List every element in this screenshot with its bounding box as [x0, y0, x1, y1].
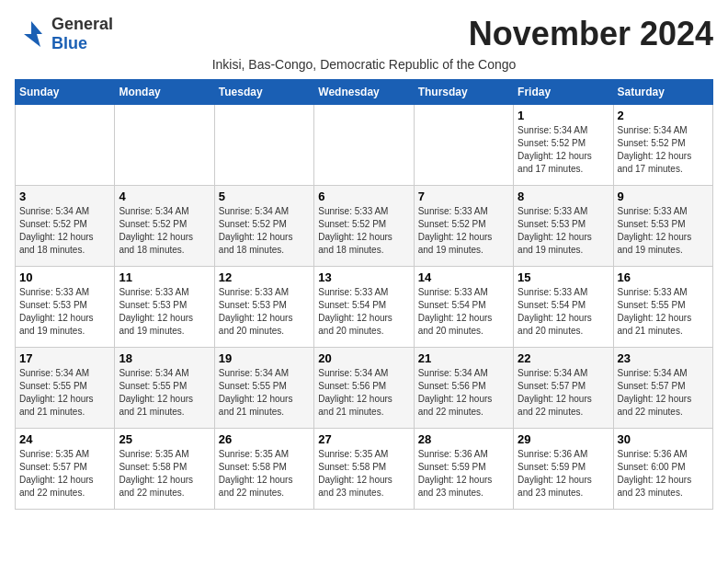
calendar-cell-33: 29Sunrise: 5:36 AM Sunset: 5:59 PM Dayli…	[514, 429, 613, 510]
day-number: 11	[119, 270, 210, 284]
calendar-cell-3	[314, 105, 414, 186]
calendar-cell-13: 9Sunrise: 5:33 AM Sunset: 5:53 PM Daylig…	[613, 186, 712, 267]
calendar-cell-5: 1Sunrise: 5:34 AM Sunset: 5:52 PM Daylig…	[514, 105, 613, 186]
calendar-cell-17: 13Sunrise: 5:33 AM Sunset: 5:54 PM Dayli…	[314, 267, 414, 348]
day-number: 26	[219, 432, 310, 446]
day-info: Sunrise: 5:33 AM Sunset: 5:54 PM Dayligh…	[418, 286, 509, 338]
calendar-cell-20: 16Sunrise: 5:33 AM Sunset: 5:55 PM Dayli…	[613, 267, 712, 348]
calendar-cell-14: 10Sunrise: 5:33 AM Sunset: 5:53 PM Dayli…	[16, 267, 115, 348]
calendar-cell-32: 28Sunrise: 5:36 AM Sunset: 5:59 PM Dayli…	[414, 429, 513, 510]
day-info: Sunrise: 5:33 AM Sunset: 5:53 PM Dayligh…	[19, 286, 110, 338]
calendar-cell-9: 5Sunrise: 5:34 AM Sunset: 5:52 PM Daylig…	[214, 186, 313, 267]
day-number: 19	[219, 351, 310, 365]
day-info: Sunrise: 5:34 AM Sunset: 5:56 PM Dayligh…	[418, 367, 509, 419]
calendar-week-1: 1Sunrise: 5:34 AM Sunset: 5:52 PM Daylig…	[16, 105, 713, 186]
weekday-header-monday: Monday	[115, 80, 214, 105]
month-title: November 2024	[469, 15, 713, 53]
day-info: Sunrise: 5:33 AM Sunset: 5:53 PM Dayligh…	[518, 205, 609, 257]
day-number: 7	[418, 190, 509, 203]
calendar-cell-27: 23Sunrise: 5:34 AM Sunset: 5:57 PM Dayli…	[613, 348, 712, 429]
day-info: Sunrise: 5:36 AM Sunset: 5:59 PM Dayligh…	[518, 448, 609, 500]
day-number: 21	[418, 351, 509, 365]
logo: General Blue	[15, 15, 113, 53]
day-info: Sunrise: 5:33 AM Sunset: 5:53 PM Dayligh…	[618, 205, 709, 257]
calendar-cell-34: 30Sunrise: 5:36 AM Sunset: 6:00 PM Dayli…	[613, 429, 712, 510]
calendar-cell-22: 18Sunrise: 5:34 AM Sunset: 5:55 PM Dayli…	[115, 348, 214, 429]
day-info: Sunrise: 5:33 AM Sunset: 5:55 PM Dayligh…	[618, 286, 709, 338]
day-number: 20	[318, 351, 409, 365]
day-number: 22	[518, 351, 609, 365]
calendar-cell-28: 24Sunrise: 5:35 AM Sunset: 5:57 PM Dayli…	[16, 429, 115, 510]
day-number: 2	[618, 109, 709, 122]
calendar-cell-0	[16, 105, 115, 186]
calendar-cell-7: 3Sunrise: 5:34 AM Sunset: 5:52 PM Daylig…	[16, 186, 115, 267]
day-number: 30	[618, 432, 709, 446]
day-info: Sunrise: 5:34 AM Sunset: 5:55 PM Dayligh…	[219, 367, 310, 419]
calendar-cell-16: 12Sunrise: 5:33 AM Sunset: 5:53 PM Dayli…	[214, 267, 313, 348]
day-number: 14	[418, 270, 509, 284]
logo-blue: Blue	[51, 34, 87, 52]
calendar-cell-18: 14Sunrise: 5:33 AM Sunset: 5:54 PM Dayli…	[414, 267, 513, 348]
day-info: Sunrise: 5:36 AM Sunset: 6:00 PM Dayligh…	[618, 448, 709, 500]
weekday-header-saturday: Saturday	[613, 80, 712, 105]
calendar-week-3: 10Sunrise: 5:33 AM Sunset: 5:53 PM Dayli…	[16, 267, 713, 348]
day-number: 1	[518, 109, 609, 122]
day-number: 13	[318, 270, 409, 284]
calendar-cell-4	[414, 105, 513, 186]
weekday-header-friday: Friday	[514, 80, 613, 105]
calendar-cell-15: 11Sunrise: 5:33 AM Sunset: 5:53 PM Dayli…	[115, 267, 214, 348]
day-number: 5	[219, 190, 310, 203]
day-number: 4	[119, 190, 210, 203]
day-info: Sunrise: 5:33 AM Sunset: 5:52 PM Dayligh…	[318, 205, 409, 257]
calendar-week-2: 3Sunrise: 5:34 AM Sunset: 5:52 PM Daylig…	[16, 186, 713, 267]
calendar-week-4: 17Sunrise: 5:34 AM Sunset: 5:55 PM Dayli…	[16, 348, 713, 429]
day-info: Sunrise: 5:35 AM Sunset: 5:58 PM Dayligh…	[318, 448, 409, 500]
day-info: Sunrise: 5:34 AM Sunset: 5:52 PM Dayligh…	[19, 205, 110, 257]
logo-icon	[15, 17, 48, 51]
calendar-cell-21: 17Sunrise: 5:34 AM Sunset: 5:55 PM Dayli…	[16, 348, 115, 429]
day-number: 27	[318, 432, 409, 446]
day-number: 9	[618, 190, 709, 203]
calendar-cell-23: 19Sunrise: 5:34 AM Sunset: 5:55 PM Dayli…	[214, 348, 313, 429]
weekday-header-sunday: Sunday	[16, 80, 115, 105]
day-number: 28	[418, 432, 509, 446]
day-info: Sunrise: 5:34 AM Sunset: 5:52 PM Dayligh…	[618, 124, 709, 176]
day-number: 8	[518, 190, 609, 203]
calendar-cell-10: 6Sunrise: 5:33 AM Sunset: 5:52 PM Daylig…	[314, 186, 414, 267]
day-info: Sunrise: 5:34 AM Sunset: 5:57 PM Dayligh…	[618, 367, 709, 419]
calendar-cell-19: 15Sunrise: 5:33 AM Sunset: 5:54 PM Dayli…	[514, 267, 613, 348]
calendar-cell-8: 4Sunrise: 5:34 AM Sunset: 5:52 PM Daylig…	[115, 186, 214, 267]
calendar-cell-25: 21Sunrise: 5:34 AM Sunset: 5:56 PM Dayli…	[414, 348, 513, 429]
day-info: Sunrise: 5:33 AM Sunset: 5:53 PM Dayligh…	[219, 286, 310, 338]
day-info: Sunrise: 5:34 AM Sunset: 5:52 PM Dayligh…	[518, 124, 609, 176]
day-info: Sunrise: 5:35 AM Sunset: 5:57 PM Dayligh…	[19, 448, 110, 500]
calendar-table: SundayMondayTuesdayWednesdayThursdayFrid…	[15, 79, 713, 510]
day-info: Sunrise: 5:34 AM Sunset: 5:55 PM Dayligh…	[119, 367, 210, 419]
svg-marker-0	[24, 21, 42, 47]
day-info: Sunrise: 5:34 AM Sunset: 5:56 PM Dayligh…	[318, 367, 409, 419]
calendar-cell-31: 27Sunrise: 5:35 AM Sunset: 5:58 PM Dayli…	[314, 429, 414, 510]
day-number: 24	[19, 432, 110, 446]
day-number: 17	[19, 351, 110, 365]
calendar-cell-2	[214, 105, 313, 186]
calendar-cell-6: 2Sunrise: 5:34 AM Sunset: 5:52 PM Daylig…	[613, 105, 712, 186]
day-info: Sunrise: 5:34 AM Sunset: 5:52 PM Dayligh…	[219, 205, 310, 257]
calendar-subtitle: Inkisi, Bas-Congo, Democratic Republic o…	[15, 57, 713, 72]
day-info: Sunrise: 5:36 AM Sunset: 5:59 PM Dayligh…	[418, 448, 509, 500]
calendar-cell-11: 7Sunrise: 5:33 AM Sunset: 5:52 PM Daylig…	[414, 186, 513, 267]
day-number: 25	[119, 432, 210, 446]
day-info: Sunrise: 5:33 AM Sunset: 5:52 PM Dayligh…	[418, 205, 509, 257]
day-number: 10	[19, 270, 110, 284]
day-info: Sunrise: 5:34 AM Sunset: 5:57 PM Dayligh…	[518, 367, 609, 419]
day-number: 3	[19, 190, 110, 203]
day-number: 29	[518, 432, 609, 446]
page-header: General Blue November 2024	[15, 15, 713, 53]
logo-text: General Blue	[51, 15, 113, 53]
calendar-cell-30: 26Sunrise: 5:35 AM Sunset: 5:58 PM Dayli…	[214, 429, 313, 510]
calendar-body: 1Sunrise: 5:34 AM Sunset: 5:52 PM Daylig…	[16, 105, 713, 510]
day-number: 23	[618, 351, 709, 365]
day-info: Sunrise: 5:34 AM Sunset: 5:55 PM Dayligh…	[19, 367, 110, 419]
day-number: 16	[618, 270, 709, 284]
day-info: Sunrise: 5:34 AM Sunset: 5:52 PM Dayligh…	[119, 205, 210, 257]
day-info: Sunrise: 5:33 AM Sunset: 5:54 PM Dayligh…	[518, 286, 609, 338]
